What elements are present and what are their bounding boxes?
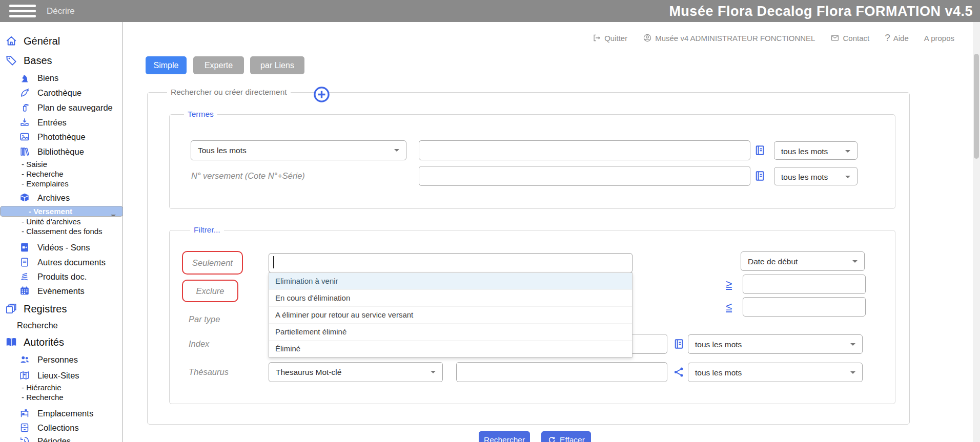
sidebar-item-recherche-biblio[interactable]: - Recherche <box>0 169 123 179</box>
index-match-select[interactable]: tous les mots <box>688 334 863 354</box>
versement-number-input[interactable] <box>419 166 750 186</box>
sidebar-item-registres[interactable]: Registres <box>0 301 123 317</box>
sidebar-item-label: Archives <box>37 193 70 203</box>
sidebar-item-label: - Versement <box>29 206 72 217</box>
scrollbar-thumb[interactable] <box>974 54 979 159</box>
sidebar-item-carotheque[interactable]: Carothèque <box>0 86 123 99</box>
date-from-input[interactable] <box>743 275 866 294</box>
sidebar-item-label: Entrées <box>37 118 67 128</box>
termes-match-select[interactable]: tous les mots <box>774 141 858 160</box>
seulement-toggle[interactable]: Seulement <box>182 251 243 275</box>
versement-match-select[interactable]: tous les mots <box>774 167 858 185</box>
sidebar: GénéralBasesBiensCarothèquePlan de sauve… <box>0 22 123 442</box>
apropos-link[interactable]: A propos <box>924 34 954 43</box>
word-mode-select[interactable]: Tous les mots <box>191 140 406 160</box>
plus-circle-icon[interactable] <box>313 86 331 103</box>
core-icon <box>19 87 30 98</box>
status-option[interactable]: Éliminé <box>269 340 632 357</box>
date-type-select[interactable]: Date de début <box>741 251 865 271</box>
sidebar-item-general[interactable]: Général <box>0 33 123 49</box>
exclure-toggle[interactable]: Exclure <box>182 280 238 302</box>
sidebar-item-recherche-registres[interactable]: Recherche <box>0 319 123 332</box>
sidebar-item-biens[interactable]: Biens <box>0 71 123 85</box>
sidebar-item-videos-sons[interactable]: Vidéos - Sons <box>0 241 123 254</box>
status-option[interactable]: Partiellement éliminé <box>269 323 632 340</box>
tab-par-liens[interactable]: par Liens <box>250 56 304 74</box>
sidebar-item-lieux-sites[interactable]: Lieux-Sites <box>0 369 123 382</box>
drawers-icon <box>19 422 30 433</box>
thesaurus-select[interactable]: Thesaurus Mot-clé <box>269 362 443 382</box>
sidebar-item-saisie[interactable]: - Saisie <box>0 159 123 170</box>
contact-link[interactable]: Contact <box>830 33 869 43</box>
filtrer-legend: Filtrer... <box>190 225 224 235</box>
sidebar-item-bases[interactable]: Bases <box>0 53 123 68</box>
termes-fieldset: Termes <box>169 114 895 209</box>
lexicon-icon[interactable] <box>753 144 766 157</box>
sidebar-item-collections[interactable]: Collections <box>0 421 123 434</box>
shelf-icon <box>19 408 30 419</box>
sidebar-item-label: - Recherche <box>22 393 64 402</box>
sidebar-item-label: Produits doc. <box>37 272 87 282</box>
sidebar-item-label: Bases <box>24 55 52 67</box>
sidebar-item-label: Carothèque <box>37 88 81 98</box>
sidebar-item-unite-archives[interactable]: - Unité d'archives <box>0 216 123 227</box>
current-user[interactable]: Musée v4 ADMINISTRATEUR FONCTIONNEL <box>643 33 815 43</box>
sidebar-item-personnes[interactable]: Personnes <box>0 353 123 366</box>
termes-search-input[interactable] <box>419 140 750 160</box>
lexicon-icon[interactable] <box>672 338 685 350</box>
sidebar-item-archives[interactable]: Archives <box>0 191 123 204</box>
thesaurus-input[interactable] <box>456 362 667 382</box>
rechercher-button[interactable]: Rechercher <box>479 431 530 442</box>
tab-simple[interactable]: Simple <box>146 56 187 74</box>
registers-icon <box>5 302 18 315</box>
home-icon <box>5 34 18 48</box>
inbox-icon <box>19 117 30 128</box>
effacer-button[interactable]: Effacer <box>541 431 591 442</box>
sidebar-item-label: Registres <box>24 303 67 315</box>
thesaurus-label: Thésaurus <box>189 362 229 382</box>
sidebar-item-plan-de-sauvegarde[interactable]: Plan de sauvegarde <box>0 101 123 114</box>
sidebar-item-evenements[interactable]: Evènements <box>0 284 123 298</box>
aide-link[interactable]: ? Aide <box>885 32 909 44</box>
question-mark-icon: ? <box>885 32 890 44</box>
sidebar-item-bibliotheque[interactable]: Bibliothèque <box>0 145 123 158</box>
quitter-link[interactable]: Quitter <box>592 33 627 43</box>
sidebar-item-produits-doc[interactable]: Produits doc. <box>0 270 123 283</box>
sidebar-item-entrees[interactable]: Entrées <box>0 116 123 129</box>
tab-experte[interactable]: Experte <box>193 56 244 74</box>
sidebar-item-hierarchie[interactable]: - Hiérarchie <box>0 382 123 393</box>
status-option[interactable]: Elimination à venir <box>269 273 632 289</box>
sidebar-item-label: Général <box>24 35 60 47</box>
date-to-input[interactable] <box>743 297 866 317</box>
index-label: Index <box>189 334 209 354</box>
sidebar-item-label: Biens <box>37 73 58 83</box>
extinguisher-icon <box>19 102 30 113</box>
sidebar-item-label: Personnes <box>37 355 78 365</box>
sidebar-item-emplacements[interactable]: Emplacements <box>0 407 123 420</box>
share-nodes-icon[interactable] <box>672 366 685 378</box>
sidebar-item-recherche-lieux[interactable]: - Recherche <box>0 392 123 403</box>
sidebar-item-autorites[interactable]: Autorités <box>0 334 123 350</box>
status-combobox[interactable] <box>269 253 632 273</box>
top-bar: Décrire Musée Flora Decalog Flora FORMAT… <box>0 0 980 22</box>
sidebar-item-autres-documents[interactable]: Autres documents <box>0 256 123 269</box>
hamburger-menu-icon[interactable] <box>9 5 36 17</box>
sidebar-item-versement[interactable]: - Versement <box>0 206 123 217</box>
sidebar-item-classement-fonds[interactable]: - Classement des fonds <box>0 226 123 237</box>
sidebar-item-phototheque[interactable]: Photothèque <box>0 130 123 143</box>
envelope-icon <box>830 33 840 43</box>
thesaurus-match-select[interactable]: tous les mots <box>688 363 863 382</box>
books-icon <box>19 146 30 157</box>
sidebar-item-periodes[interactable]: Périodes <box>0 434 123 442</box>
sidebar-item-label: - Recherche <box>22 170 64 178</box>
sidebar-item-label: Autorités <box>24 336 64 348</box>
sidebar-item-label: Périodes <box>37 436 71 442</box>
termes-legend: Termes <box>184 110 217 119</box>
sidebar-item-label: - Saisie <box>22 160 47 169</box>
sidebar-item-exemplaires[interactable]: - Exemplaires <box>0 178 123 189</box>
lexicon-icon[interactable] <box>753 170 766 182</box>
status-option[interactable]: A éliminer pour retour au service versan… <box>269 306 632 323</box>
sidebar-item-label: - Hiérarchie <box>22 383 62 392</box>
status-option[interactable]: En cours d'élimination <box>269 289 632 306</box>
gte-symbol: ≥ <box>726 279 732 290</box>
